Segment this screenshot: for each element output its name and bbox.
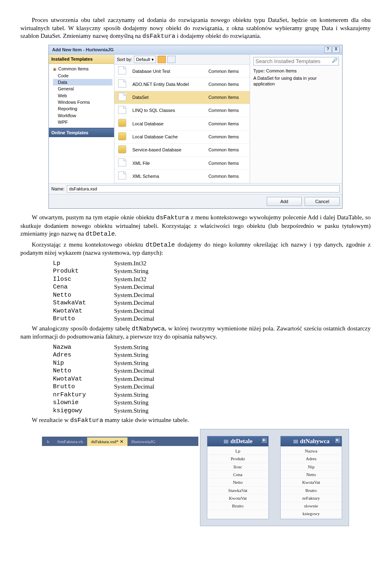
tree-node[interactable]: Workflow [53, 112, 112, 119]
name-input[interactable] [67, 185, 340, 192]
paragraph-5: W rezultacie w dsFaktura mamy takie dwie… [20, 416, 371, 425]
column-cell[interactable]: StawkaVat [207, 487, 268, 494]
tree-node[interactable]: Reporting [53, 105, 112, 112]
column-cell[interactable]: Netto [207, 479, 268, 486]
column-cell[interactable]: ksiegowy [281, 510, 342, 518]
template-name: DataSet [130, 91, 206, 104]
template-item[interactable]: Local Database CacheCommon Items [114, 131, 250, 144]
template-type: Common Items [206, 131, 250, 144]
column-type: System.Decimal [114, 283, 154, 291]
button-bar: Add Cancel [49, 194, 342, 208]
column-type: System.Decimal [114, 383, 154, 391]
templates-tree: Common ItemsCodeDataGeneralWebWindows Fo… [49, 64, 114, 128]
column-name: KwotaVat [53, 307, 114, 315]
template-item[interactable]: Database Unit TestCommon Items [114, 65, 250, 78]
column-row: IloscSystem.Int32 [53, 275, 371, 284]
file-icon [118, 79, 126, 87]
tree-node[interactable]: Code [53, 72, 112, 79]
column-cell[interactable]: Nip [281, 463, 342, 471]
column-name: Nazwa [53, 343, 114, 352]
template-name: ADO.NET Entity Data Model [130, 78, 206, 91]
template-item[interactable]: DataSetCommon Items [114, 91, 250, 104]
view-large-icons-button[interactable] [158, 56, 166, 63]
column-name: slownie [53, 399, 114, 407]
column-type: System.Decimal [114, 307, 154, 315]
paragraph-1: Proces utworzenia obu tabel zaczynamy od… [20, 16, 371, 41]
tree-node[interactable]: Windows Forms [53, 99, 112, 105]
tree-root[interactable]: Common Items [53, 66, 112, 72]
datatable-dtdetale[interactable]: dtDetale▸ LpProduktIloscCenaNettoStawkaV… [207, 436, 269, 519]
column-type: System.Decimal [114, 299, 154, 307]
column-row: StawkaVatSystem.Decimal [53, 299, 371, 307]
search-input[interactable] [253, 57, 339, 66]
figure-add-new-item: Add New Item - HurtowniaJG ? X Installed… [20, 45, 371, 209]
file-icon [118, 171, 126, 179]
file-icon [118, 93, 126, 101]
column-cell[interactable]: Ilosc [207, 463, 268, 471]
document-tab[interactable]: b [43, 437, 53, 446]
help-button[interactable]: ? [324, 46, 332, 53]
table-expand-icon[interactable]: ▸ [261, 437, 268, 444]
template-item[interactable]: ADO.NET Entity Data ModelCommon Items [114, 78, 250, 91]
column-cell[interactable]: Lp [207, 447, 268, 455]
database-icon [118, 145, 126, 153]
template-item[interactable]: XML FileCommon Items [114, 157, 250, 170]
table-title: dtDetale [231, 438, 253, 444]
paragraph-2: W otwartym, pustym na tym etapie oknie o… [20, 214, 371, 238]
column-cell[interactable]: slownie [281, 502, 342, 510]
cancel-button[interactable]: Cancel [305, 197, 340, 206]
template-name: Local Database [130, 117, 206, 130]
figure-designer: bfrmFaktura.vbdsFaktura.xsd* ✕HurtowniaJ… [20, 429, 371, 526]
template-item[interactable]: Service-based DatabaseCommon Items [114, 144, 250, 157]
template-type: Common Items [206, 144, 250, 157]
close-button[interactable]: X [332, 46, 340, 53]
column-cell[interactable]: KwotaVat [281, 479, 342, 486]
column-row: AdresSystem.String [53, 351, 371, 359]
template-name: Database Unit Test [130, 65, 206, 78]
column-type: System.String [114, 267, 149, 275]
column-cell[interactable]: Brutto [207, 502, 268, 510]
template-item[interactable]: XML SchemaCommon Items [114, 170, 250, 183]
column-row: BruttoSystem.Decimal [53, 315, 371, 323]
column-name: Adres [53, 351, 114, 359]
online-templates-header[interactable]: Online Templates [49, 128, 114, 137]
column-row: KwotaVatSystem.Decimal [53, 307, 371, 315]
column-row: księgowySystem.String [53, 407, 371, 415]
column-type: System.Decimal [114, 291, 154, 299]
column-cell[interactable]: Cena [207, 471, 268, 479]
column-cell[interactable]: nrFaktury [281, 494, 342, 502]
column-name: Brutto [53, 315, 114, 323]
view-small-icons-button[interactable] [167, 56, 176, 63]
templates-panel: Installed Templates Common ItemsCodeData… [49, 55, 114, 183]
template-item[interactable]: LINQ to SQL ClassesCommon Items [114, 104, 250, 117]
column-cell[interactable]: Produkt [207, 455, 268, 463]
template-type: Common Items [206, 65, 250, 78]
column-cell[interactable]: Adres [281, 455, 342, 463]
para1-code: dsFaktura [143, 33, 176, 40]
tree-node[interactable]: General [53, 85, 112, 92]
file-icon [118, 158, 126, 166]
template-type: Common Items [206, 91, 250, 104]
database-icon [118, 119, 126, 127]
document-tab[interactable]: frmFaktura.vb [53, 437, 87, 446]
database-icon [118, 132, 126, 140]
column-name: Nip [53, 359, 114, 367]
column-cell[interactable]: Netto [281, 471, 342, 479]
document-tab[interactable]: dsFaktura.xsd* ✕ [87, 437, 127, 446]
column-cell[interactable]: Nazwa [281, 447, 342, 455]
datatable-dtnabywca[interactable]: dtNabywca▸ NazwaAdresNipNettoKwotaVatBru… [280, 436, 342, 519]
table-expand-icon[interactable]: ▸ [334, 437, 341, 444]
column-row: ProduktSystem.String [53, 267, 371, 275]
template-type: Common Items [206, 157, 250, 170]
tree-node[interactable]: Web [53, 92, 112, 99]
column-cell[interactable]: KwotaVat [207, 494, 268, 502]
tree-node[interactable]: WPF [53, 119, 112, 125]
installed-templates-header[interactable]: Installed Templates [49, 55, 114, 64]
column-name: księgowy [53, 407, 114, 415]
add-button[interactable]: Add [267, 197, 302, 206]
column-cell[interactable]: Brutto [281, 487, 342, 494]
tree-node[interactable]: Data [53, 79, 112, 85]
document-tab[interactable]: HurtowniaJG [127, 437, 160, 446]
sortby-dropdown[interactable]: Default ▾ [134, 56, 156, 63]
template-item[interactable]: Local DatabaseCommon Items [114, 117, 250, 130]
